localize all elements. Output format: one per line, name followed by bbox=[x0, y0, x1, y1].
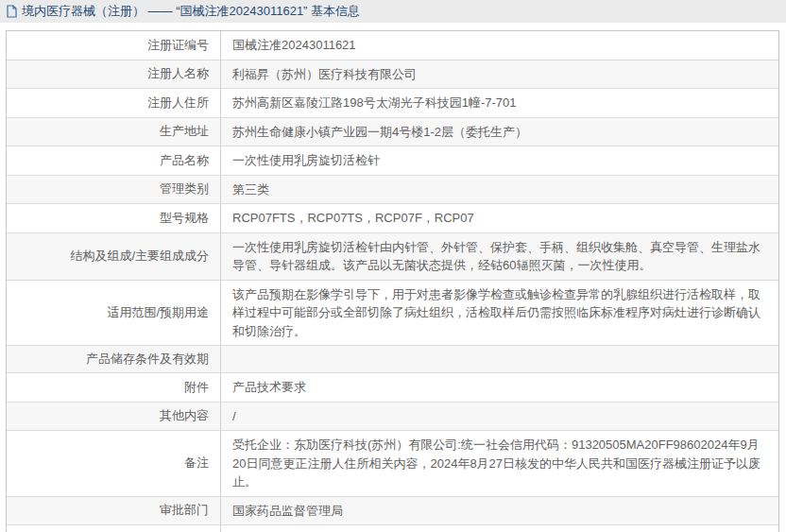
row-label: 结构及组成/主要组成成分 bbox=[7, 233, 221, 280]
table-row: 结构及组成/主要组成成分 一次性使用乳房旋切活检针由内针管、外针管、保护套、手柄… bbox=[7, 233, 778, 281]
row-label: 生产地址 bbox=[7, 118, 221, 146]
table-row: 备注 受托企业：东劢医疗科技(苏州）有限公司:统一社会信用代码：91320505… bbox=[7, 431, 778, 497]
table-row: 型号规格 RCP07FTS，RCP07TS，RCP07F，RCP07 bbox=[7, 204, 778, 233]
row-label: 注册证编号 bbox=[7, 31, 221, 60]
row-value bbox=[221, 346, 778, 372]
row-label: 附件 bbox=[7, 373, 221, 402]
info-table: 注册证编号 国械注准20243011621 注册人名称 利福昇（苏州）医疗科技有… bbox=[6, 30, 779, 532]
row-label: 批准日期 bbox=[7, 525, 221, 532]
row-value: 国械注准20243011621 bbox=[221, 31, 778, 60]
table-row: 批准日期 2024-09-20 bbox=[7, 525, 778, 532]
row-label: 管理类别 bbox=[7, 176, 221, 204]
table-row: 生产地址 苏州生命健康小镇产业园一期4号楼1-2层（委托生产） bbox=[7, 118, 778, 147]
row-label: 审批部门 bbox=[7, 497, 221, 525]
table-row: 审批部门 国家药品监督管理局 bbox=[7, 497, 778, 526]
table-row: 适用范围/预期用途 该产品预期在影像学引导下，用于对患者影像学检查或触诊检查异常… bbox=[7, 281, 778, 347]
row-label: 适用范围/预期用途 bbox=[7, 281, 221, 346]
row-value: 产品技术要求 bbox=[221, 373, 778, 402]
table-row: 其他内容 / bbox=[7, 403, 778, 432]
row-value: 一次性使用乳房旋切活检针 bbox=[221, 146, 778, 175]
table-row: 注册证编号 国械注准20243011621 bbox=[7, 31, 778, 60]
table-row: 注册人住所 苏州高新区嘉陵江路198号太湖光子科技园1幢-7-701 bbox=[7, 89, 778, 118]
row-value: 苏州高新区嘉陵江路198号太湖光子科技园1幢-7-701 bbox=[221, 89, 778, 117]
document-icon bbox=[6, 5, 18, 18]
table-row: 附件 产品技术要求 bbox=[7, 373, 778, 403]
row-label: 产品名称 bbox=[7, 146, 221, 175]
row-value: 2024-09-20 bbox=[221, 525, 778, 532]
row-value: 受托企业：东劢医疗科技(苏州）有限公司:统一社会信用代码：91320505MA2… bbox=[221, 431, 778, 496]
row-label: 其他内容 bbox=[7, 403, 221, 431]
page-header: 境内医疗器械（注册） —— “国械注准20243011621” 基本信息 bbox=[0, 0, 786, 23]
row-label: 产品储存条件及有效期 bbox=[7, 346, 221, 372]
table-row: 管理类别 第三类 bbox=[7, 176, 778, 205]
row-value: 该产品预期在影像学引导下，用于对患者影像学检查或触诊检查异常的乳腺组织进行活检取… bbox=[221, 281, 778, 346]
table-row: 产品名称 一次性使用乳房旋切活检针 bbox=[7, 146, 778, 176]
row-value: 利福昇（苏州）医疗科技有限公司 bbox=[221, 60, 778, 89]
row-label: 备注 bbox=[7, 431, 221, 496]
row-label: 型号规格 bbox=[7, 204, 221, 232]
row-value: 苏州生命健康小镇产业园一期4号楼1-2层（委托生产） bbox=[221, 118, 778, 146]
row-value: 一次性使用乳房旋切活检针由内针管、外针管、保护套、手柄、组织收集舱、真空导管、生… bbox=[221, 233, 778, 280]
row-value: RCP07FTS，RCP07TS，RCP07F，RCP07 bbox=[221, 204, 778, 232]
row-value: / bbox=[221, 403, 778, 431]
row-value: 国家药品监督管理局 bbox=[221, 497, 778, 525]
table-row: 注册人名称 利福昇（苏州）医疗科技有限公司 bbox=[7, 60, 778, 90]
row-label: 注册人住所 bbox=[7, 89, 221, 117]
row-label: 注册人名称 bbox=[7, 60, 221, 89]
page-title: 境内医疗器械（注册） —— “国械注准20243011621” 基本信息 bbox=[22, 3, 360, 20]
table-row: 产品储存条件及有效期 bbox=[7, 346, 778, 373]
row-value: 第三类 bbox=[221, 176, 778, 204]
